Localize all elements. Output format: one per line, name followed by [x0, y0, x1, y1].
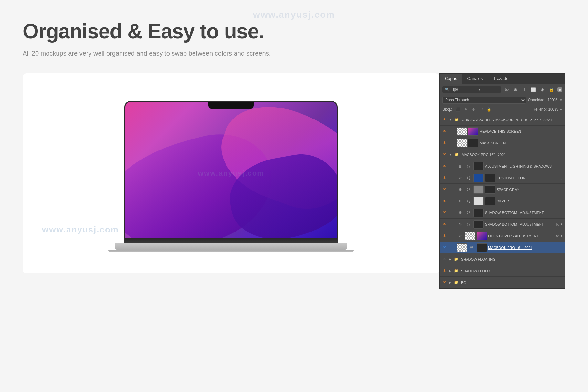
filter-type-icon[interactable]: T [520, 86, 528, 93]
layer-shadow-floating[interactable]: 👁 ▶ 📁 SHADOW FLOATING [440, 253, 565, 265]
chain-icon-10: ⛓ [465, 222, 472, 227]
blend-mode-select[interactable]: Pass Through Normal Multiply Screen Over… [442, 97, 526, 104]
thumb-9 [473, 209, 484, 217]
thumb-5 [473, 162, 484, 170]
layer-macbook-group[interactable]: 👁 ▼ 📁 MACBOOK PRO 16" - 2021 [440, 149, 565, 160]
lock-artboard-icon[interactable]: ✛ [470, 107, 477, 112]
layer-shadow-bottom-2[interactable]: 👁 ⊕ ⛓ SHADOW BOTTOM - ADJUSTMENT fx ▼ [440, 219, 565, 230]
filter-adjust-icon[interactable]: ⊕ [511, 86, 519, 93]
opacity-label: Opacidad: [528, 98, 546, 102]
search-input[interactable] [451, 87, 477, 92]
smart-icon-10: ⊕ [457, 222, 464, 227]
eye-icon-14[interactable]: 👁 [442, 268, 447, 274]
fill-chevron-icon[interactable]: ▼ [559, 108, 562, 111]
macbook-screen [125, 102, 337, 238]
tab-canales[interactable]: Canales [462, 74, 488, 84]
page-wrapper: www.anyusj.com Organised & Easy to use. … [0, 0, 588, 392]
chevron-15[interactable]: ▶ [449, 281, 451, 284]
layer-silver[interactable]: 👁 ⊕ ⛓ SILVER [440, 195, 565, 207]
chevron-14[interactable]: ▶ [449, 269, 451, 273]
chevron-4[interactable]: ▼ [449, 153, 452, 156]
smart-icon-11: ⊕ [457, 233, 464, 239]
eye-icon-2[interactable]: 👁 [442, 129, 447, 134]
smart-icon-8: ⊕ [457, 198, 464, 204]
lock-position-icon[interactable]: ✎ [463, 107, 469, 112]
chevron-13[interactable]: ▶ [449, 257, 451, 261]
thumb-8 [473, 197, 484, 205]
eye-icon-10[interactable]: 👁 [442, 222, 447, 227]
layer-name-2: REPLACE THIS SCREEN [480, 129, 563, 133]
page-subtitle: All 20 mockups are very well organised a… [23, 50, 565, 57]
smart-icon-7: ⊕ [457, 187, 464, 192]
laptop-area: www.anyusj.com www.anyusj.com [23, 73, 439, 273]
folder-icon-1: 📁 [453, 117, 460, 123]
eye-icon-11[interactable]: 👁 [442, 233, 447, 239]
filter-shape-icon[interactable]: ⬜ [530, 86, 537, 93]
layer-custom-color[interactable]: 👁 ⊕ ⛓ CUSTOM COLOR ⬚ [440, 172, 565, 184]
page-title: Organised & Easy to use. [23, 19, 565, 43]
smart-icon-9: ⊕ [457, 210, 464, 216]
folder-icon-15: 📁 [453, 280, 460, 285]
fx-chevron-11[interactable]: ▼ [560, 234, 563, 238]
thumb-2 [457, 127, 467, 136]
layer-name-15: BG [461, 281, 563, 284]
search-icon: 🔍 [445, 88, 449, 92]
layer-replace-screen[interactable]: 👁 REPLACE THIS SCREEN [440, 126, 565, 137]
fx-icon-10: fx [556, 222, 559, 226]
thumb-12b [477, 243, 487, 252]
ps-filter-toolbar: 🔍 ▼ 🖼 ⊕ T ⬜ ◈ 🔒 ● [440, 84, 565, 95]
ps-search-box[interactable]: 🔍 ▼ [442, 86, 501, 93]
layer-open-cover[interactable]: 👁 ⊕ OPEN COVER - ADJUSTMENT fx ▼ [440, 230, 565, 242]
eye-icon-9[interactable]: 👁 [442, 210, 447, 216]
filter-lock-icon[interactable]: 🔒 [548, 86, 555, 93]
eye-icon-8[interactable]: 👁 [442, 198, 447, 204]
tab-trazados[interactable]: Trazados [488, 74, 516, 84]
layer-name-1: ORIGINAL SCREEN MACBOOK PRO 16" (3456 X … [462, 118, 563, 122]
layer-name-8: SILVER [497, 199, 563, 203]
layer-macbook-selected[interactable]: 👁 ⛓ MACBOOK PRO 16" - 2021 [440, 242, 565, 253]
thumb-7 [473, 185, 484, 194]
thumb-7b [485, 185, 495, 194]
layer-space-gray[interactable]: 👁 ⊕ ⛓ SPACE GRAY [440, 184, 565, 195]
fx-icon-11: fx [556, 234, 559, 238]
lock-icon[interactable]: 🔒 [486, 107, 492, 112]
eye-icon-5[interactable]: 👁 [442, 163, 447, 169]
layer-mask-screen[interactable]: 👁 MASK SCREEN [440, 137, 565, 149]
layer-name-3: MASK SCREEN [480, 141, 563, 145]
eye-icon-12[interactable]: 👁 [442, 245, 447, 251]
eye-icon-7[interactable]: 👁 [442, 187, 447, 192]
eye-icon-13[interactable]: 👁 [442, 256, 447, 262]
thumb-10 [473, 220, 484, 229]
tab-capas[interactable]: Capas [440, 74, 462, 84]
macbook-base [115, 243, 347, 250]
filter-dot-icon[interactable]: ● [557, 87, 562, 92]
opacity-chevron-icon[interactable]: ▼ [559, 98, 562, 102]
layer-name-13: SHADOW FLOATING [461, 257, 563, 261]
fill-value: 100% [548, 107, 558, 112]
filter-image-icon[interactable]: 🖼 [502, 86, 510, 93]
lock-all-icon[interactable]: ⬚ [478, 107, 485, 112]
layer-adjustment-lightning[interactable]: 👁 ⊕ ⛓ ADJUSTMENT LIGHTNING & SHADOWS [440, 160, 565, 172]
fx-chevron-10[interactable]: ▼ [560, 222, 563, 226]
layer-name-4: MACBOOK PRO 16" - 2021 [462, 153, 563, 157]
layer-bg[interactable]: 👁 ▶ 📁 BG [440, 277, 565, 288]
macbook-screen-wrapper [124, 101, 338, 239]
thumb-11b [477, 232, 487, 240]
layer-original-screen[interactable]: 👁 ▼ 📁 ORIGINAL SCREEN MACBOOK PRO 16" (3… [440, 114, 565, 126]
chain-icon-6: ⛓ [465, 175, 472, 181]
fill-label: Relleno: [532, 107, 547, 112]
layer-shadow-floor[interactable]: 👁 ▶ 📁 SHADOW FLOOR [440, 265, 565, 277]
eye-icon-3[interactable]: 👁 [442, 140, 447, 146]
eye-icon-15[interactable]: 👁 [442, 280, 447, 285]
layer-name-14: SHADOW FLOOR [461, 269, 563, 273]
eye-icon-4[interactable]: 👁 [442, 152, 447, 158]
layer-shadow-bottom-1[interactable]: 👁 ⊕ ⛓ SHADOW BOTTOM - ADJUSTMENT [440, 207, 565, 219]
chevron-1[interactable]: ▼ [449, 118, 452, 121]
eye-icon-1[interactable]: 👁 [442, 117, 447, 123]
filter-smart-icon[interactable]: ◈ [539, 86, 546, 93]
opacity-value: 100% [547, 98, 557, 102]
thumb-6b [485, 174, 495, 182]
eye-icon-6[interactable]: 👁 [442, 175, 447, 181]
lock-pixels-icon[interactable]: ⬛ [455, 107, 461, 112]
copy-icon-6: ⬚ [559, 176, 563, 180]
